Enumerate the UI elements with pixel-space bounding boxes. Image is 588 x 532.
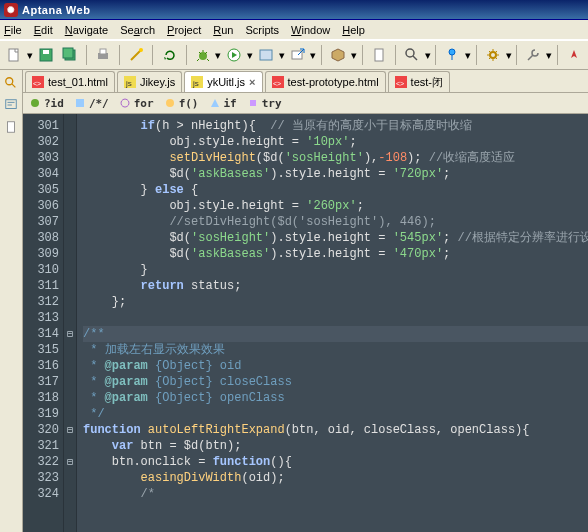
toolbar: ▾ ▾ ▾ ▾ ▾ ▾ ▾ ▾ ▾ ▾ (0, 40, 588, 70)
svg-rect-6 (100, 49, 106, 54)
code-content[interactable]: if(h > nHeight){ // 当原有的高度小于目标高度时收缩 obj.… (77, 114, 588, 532)
tools-button[interactable] (522, 43, 544, 67)
menu-edit[interactable]: Edit (34, 24, 53, 36)
tab-label: test-prototype.html (288, 76, 379, 88)
package-dropdown[interactable]: ▾ (350, 49, 357, 62)
svg-rect-32 (250, 100, 256, 106)
page-icon[interactable] (2, 118, 20, 136)
tab-testprototypehtml[interactable]: <>test-prototype.html (265, 71, 386, 92)
search-button[interactable] (401, 43, 423, 67)
svg-text:js: js (125, 79, 132, 88)
tab-label: test-闭 (411, 75, 443, 90)
tab-test_01html[interactable]: <>test_01.html (25, 71, 115, 92)
tab-Jikeyjs[interactable]: jsJikey.js (117, 71, 182, 92)
new-button[interactable] (3, 43, 25, 67)
tab-ykUitljs[interactable]: jsykUitl.js× (184, 71, 262, 92)
refresh-button[interactable] (158, 43, 180, 67)
crumb-item[interactable]: if (209, 97, 237, 110)
editor-tabs: <>test_01.htmljsJikey.jsjsykUitl.js×<>te… (23, 70, 588, 92)
svg-rect-30 (76, 99, 84, 107)
breadcrumb-bar: ?id/*/forf()iftry (23, 92, 588, 114)
page-button[interactable] (367, 43, 389, 67)
menu-search[interactable]: Search (120, 24, 155, 36)
menu-file[interactable]: File (4, 24, 22, 36)
launch-button[interactable] (563, 43, 585, 67)
search-dropdown[interactable]: ▾ (424, 49, 431, 62)
svg-text:<>: <> (396, 80, 404, 87)
menu-help[interactable]: Help (342, 24, 365, 36)
print-button[interactable] (92, 43, 114, 67)
svg-text:<>: <> (33, 80, 41, 87)
svg-rect-10 (260, 50, 272, 60)
svg-point-31 (166, 99, 174, 107)
gear-dropdown[interactable]: ▾ (505, 49, 512, 62)
svg-point-29 (31, 99, 39, 107)
close-icon[interactable]: × (249, 76, 255, 88)
run-dropdown[interactable]: ▾ (246, 49, 253, 62)
tab-test[interactable]: <>test-闭 (388, 71, 450, 92)
title-bar: ✺ Aptana Web (0, 0, 588, 20)
svg-rect-0 (9, 49, 18, 61)
svg-point-16 (6, 78, 13, 85)
debug-button[interactable] (192, 43, 214, 67)
save-button[interactable] (35, 43, 57, 67)
new-dropdown[interactable]: ▾ (26, 49, 33, 62)
line-numbers: 3013023033043053063073083093103113123133… (23, 114, 64, 532)
bookmark-dropdown[interactable]: ▾ (464, 49, 471, 62)
svg-text:js: js (192, 79, 199, 88)
wand-button[interactable] (125, 43, 147, 67)
run-button[interactable] (223, 43, 245, 67)
svg-text:<>: <> (273, 80, 281, 87)
filter-icon[interactable] (2, 96, 20, 114)
gear-button[interactable] (482, 43, 504, 67)
svg-rect-17 (6, 100, 17, 109)
svg-rect-2 (43, 50, 49, 54)
svg-rect-18 (8, 122, 15, 133)
menu-window[interactable]: Window (291, 24, 330, 36)
crumb-item[interactable]: for (119, 97, 154, 110)
fold-gutter[interactable]: ⊟⊟⊟ (64, 114, 77, 532)
svg-rect-12 (375, 49, 383, 61)
svg-point-15 (490, 52, 496, 58)
app-title: Aptana Web (22, 4, 90, 16)
code-editor[interactable]: 3013023033043053063073083093103113123133… (23, 114, 588, 532)
save-all-button[interactable] (59, 43, 81, 67)
menu-navigate[interactable]: Navigate (65, 24, 108, 36)
profile-button[interactable] (255, 43, 277, 67)
profile-dropdown[interactable]: ▾ (278, 49, 285, 62)
svg-point-14 (449, 49, 455, 55)
crumb-item[interactable]: try (247, 97, 282, 110)
svg-point-13 (406, 49, 414, 57)
menu-bar: File Edit Navigate Search Project Run Sc… (0, 20, 588, 40)
left-gutter (0, 70, 23, 532)
crumb-item[interactable]: ?id (29, 97, 64, 110)
tab-label: test_01.html (48, 76, 108, 88)
app-icon: ✺ (4, 3, 18, 17)
search-icon[interactable] (2, 74, 20, 92)
tab-label: ykUitl.js (207, 76, 245, 88)
bookmark-button[interactable] (441, 43, 463, 67)
menu-scripts[interactable]: Scripts (245, 24, 279, 36)
menu-project[interactable]: Project (167, 24, 201, 36)
svg-point-7 (139, 48, 143, 52)
external-button[interactable] (286, 43, 308, 67)
external-dropdown[interactable]: ▾ (310, 49, 317, 62)
menu-run[interactable]: Run (213, 24, 233, 36)
tab-label: Jikey.js (140, 76, 175, 88)
debug-dropdown[interactable]: ▾ (215, 49, 222, 62)
package-button[interactable] (327, 43, 349, 67)
tools-dropdown[interactable]: ▾ (545, 49, 552, 62)
crumb-item[interactable]: /*/ (74, 97, 109, 110)
svg-rect-4 (63, 48, 73, 58)
crumb-item[interactable]: f() (164, 97, 199, 110)
